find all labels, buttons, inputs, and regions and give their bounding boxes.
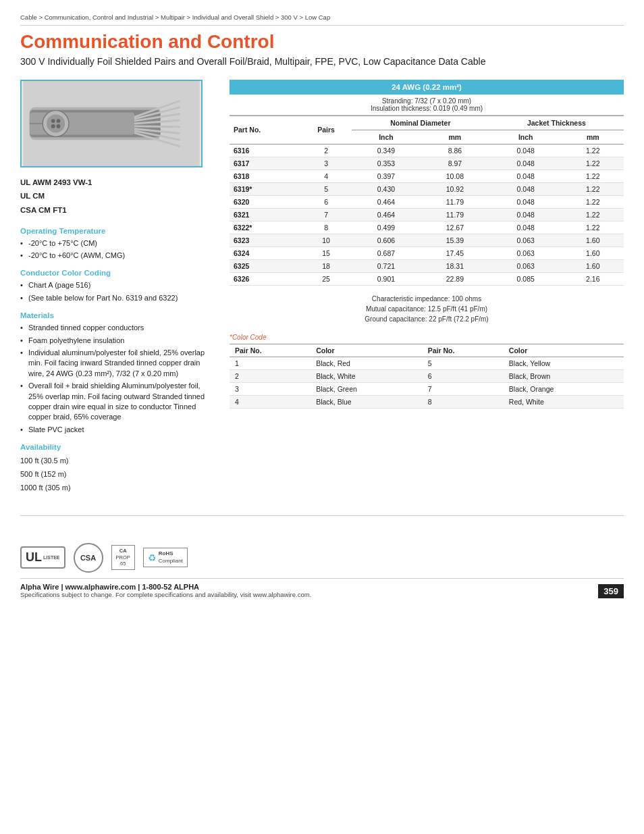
table-row: 6323 10 0.606 15.39 0.063 1.60	[230, 234, 624, 246]
cell-pairs: 6	[300, 195, 352, 208]
cell-pairs: 3	[300, 157, 352, 170]
cell-j-inch: 0.048	[489, 144, 562, 157]
col-mm-1: mm	[421, 130, 489, 144]
svg-point-15	[51, 119, 55, 123]
cell-pairs: 18	[300, 259, 352, 272]
col-pairs: Pairs	[300, 115, 352, 144]
ul-logo: UL LISTEE	[20, 546, 65, 569]
col-inch-1: Inch	[352, 130, 421, 144]
cell-part-no: 6326	[230, 272, 300, 285]
cell-mm: 22.89	[421, 272, 489, 285]
cell-part-no: 6323	[230, 234, 300, 246]
cell-j-mm: 1.60	[562, 234, 624, 246]
cell-pair1: 2	[230, 369, 311, 382]
cell-j-mm: 1.22	[562, 182, 624, 195]
cell-pair1: 4	[230, 395, 311, 408]
cell-j-mm: 2.16	[562, 272, 624, 285]
materials-list: Stranded tinned copper conductorsFoam po…	[20, 323, 216, 435]
col-inch-2: Inch	[489, 130, 562, 144]
cell-mm: 12.67	[421, 221, 489, 234]
cell-inch: 0.901	[352, 272, 421, 285]
operating-temp-heading: Operating Temperature	[20, 227, 216, 235]
color-col-pair1: Pair No.	[230, 344, 311, 357]
svg-point-14	[47, 114, 65, 132]
cell-part-no: 6317	[230, 157, 300, 170]
availability-text: 100 ft (30.5 m)500 ft (152 m)1000 ft (30…	[20, 454, 216, 494]
cell-pairs: 15	[300, 246, 352, 259]
cell-mm: 10.92	[421, 182, 489, 195]
cell-pair1: 1	[230, 357, 311, 369]
cell-part-no: 6318	[230, 170, 300, 182]
cell-mm: 18.31	[421, 259, 489, 272]
svg-line-8	[134, 126, 180, 126]
cell-pairs: 2	[300, 144, 352, 157]
awg-header: 24 AWG (0.22 mm²)	[230, 80, 624, 95]
cell-color1: Black, White	[311, 369, 423, 382]
table-row: 6325 18 0.721 18.31 0.063 1.60	[230, 259, 624, 272]
operating-temp-list: -20°C to +75°C (CM)-20°C to +60°C (AWM, …	[20, 238, 216, 261]
cell-j-mm: 1.22	[562, 157, 624, 170]
cell-pairs: 10	[300, 234, 352, 246]
color-table-row: 3 Black, Green 7 Black, Orange	[230, 382, 624, 395]
cell-color1: Black, Red	[311, 357, 423, 369]
table-row: 6320 6 0.464 11.79 0.048 1.22	[230, 195, 624, 208]
color-code-label: *Color Code	[230, 334, 624, 341]
cell-j-inch: 0.048	[489, 157, 562, 170]
csa-logo: CSA	[74, 543, 103, 573]
characteristics: Characteristic impedance: 100 ohmsMutual…	[230, 291, 624, 327]
cell-j-inch: 0.048	[489, 221, 562, 234]
cable-image	[20, 80, 203, 167]
conductor-color-heading: Conductor Color Coding	[20, 269, 216, 277]
cell-pair2: 7	[423, 382, 504, 395]
cell-inch: 0.430	[352, 182, 421, 195]
cell-inch: 0.464	[352, 208, 421, 221]
cell-inch: 0.721	[352, 259, 421, 272]
cell-color1: Black, Green	[311, 382, 423, 395]
cell-j-inch: 0.048	[489, 208, 562, 221]
cell-inch: 0.353	[352, 157, 421, 170]
table-row: 6321 7 0.464 11.79 0.048 1.22	[230, 208, 624, 221]
color-col-color2: Color	[504, 344, 624, 357]
cell-part-no: 6322*	[230, 221, 300, 234]
page-subtitle: 300 V Individually Foil Shielded Pairs a…	[20, 55, 624, 69]
cell-inch: 0.606	[352, 234, 421, 246]
cell-inch: 0.464	[352, 195, 421, 208]
cell-part-no: 6321	[230, 208, 300, 221]
cell-mm: 8.86	[421, 144, 489, 157]
cell-pair2: 8	[423, 395, 504, 408]
cell-j-inch: 0.048	[489, 182, 562, 195]
table-row: 6318 4 0.397 10.08 0.048 1.22	[230, 170, 624, 182]
table-row: 6319* 5 0.430 10.92 0.048 1.22	[230, 182, 624, 195]
footer-logos: UL LISTEE CSA CA PROP 65 ♻ RoHSCompliant	[20, 543, 624, 573]
cell-color2: Black, Yellow	[504, 357, 624, 369]
col-part-no: Part No.	[230, 115, 300, 144]
cell-pair2: 6	[423, 369, 504, 382]
cell-j-inch: 0.063	[489, 246, 562, 259]
cell-color2: Red, White	[504, 395, 624, 408]
cell-pair2: 5	[423, 357, 504, 369]
page-number: 359	[598, 584, 624, 598]
color-table-row: 1 Black, Red 5 Black, Yellow	[230, 357, 624, 369]
ca-prop65-logo: CA PROP 65	[111, 545, 135, 570]
cell-pair1: 3	[230, 382, 311, 395]
col-mm-2: mm	[562, 130, 624, 144]
cell-pairs: 7	[300, 208, 352, 221]
cell-mm: 11.79	[421, 195, 489, 208]
cell-j-mm: 1.22	[562, 195, 624, 208]
cell-j-mm: 1.60	[562, 259, 624, 272]
cell-inch: 0.687	[352, 246, 421, 259]
cell-mm: 17.45	[421, 246, 489, 259]
footer-company: Alpha Wire | www.alphawire.com | 1-800-5…	[20, 583, 311, 591]
cell-mm: 10.08	[421, 170, 489, 182]
cell-j-inch: 0.063	[489, 234, 562, 246]
cell-j-mm: 1.60	[562, 246, 624, 259]
cell-inch: 0.349	[352, 144, 421, 157]
availability-heading: Availability	[20, 443, 216, 451]
cell-j-mm: 1.22	[562, 144, 624, 157]
footer-disclaimer: Specifications subject to change. For co…	[20, 591, 311, 598]
svg-point-16	[57, 119, 61, 123]
cell-pairs: 25	[300, 272, 352, 285]
footer-text: Alpha Wire | www.alphawire.com | 1-800-5…	[20, 578, 624, 598]
cell-j-inch: 0.063	[489, 259, 562, 272]
svg-point-18	[57, 124, 61, 128]
